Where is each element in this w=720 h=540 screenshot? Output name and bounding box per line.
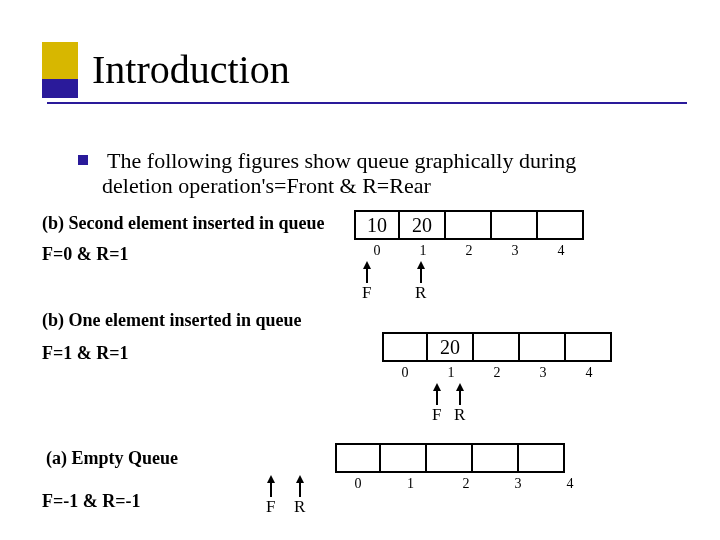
queue-3-cell-1 [381,443,427,473]
arrow-up-icon [267,475,275,483]
fr-label-3: F=-1 & R=-1 [42,491,141,512]
ptr-2-F: F [432,383,441,425]
idx: 0 [335,476,381,492]
fr-label-1: F=0 & R=1 [42,244,129,265]
queue-2: 20 [382,332,612,362]
queue-1-cell-3 [492,210,538,240]
ptr-label: F [432,405,441,425]
ptr-1-R: R [415,261,426,303]
idx: 4 [538,243,584,259]
queue-2-cell-3 [520,332,566,362]
ptr-label: F [266,497,275,517]
queue-3-indices: 0 1 2 3 4 [335,476,596,492]
accent-gold [42,42,78,79]
arrow-up-icon [296,475,304,483]
ptr-label: R [454,405,465,425]
queue-1-cell-1: 20 [400,210,446,240]
arrow-up-icon [433,383,441,391]
bullet-item: The following figures show queue graphic… [78,148,678,199]
bullet-icon [78,155,88,165]
arrow-line [270,483,272,497]
ptr-label: R [415,283,426,303]
ptr-label: R [294,497,305,517]
ptr-1-F: F [362,261,371,303]
arrow-up-icon [417,261,425,269]
caption-2: (b) One element inserted in queue [42,310,301,331]
idx: 1 [381,476,440,492]
queue-3-cell-2 [427,443,473,473]
arrow-line [436,391,438,405]
idx: 4 [566,365,612,381]
title-underline [47,102,687,104]
idx: 0 [354,243,400,259]
arrow-line [420,269,422,283]
arrow-line [299,483,301,497]
ptr-2-R: R [454,383,465,425]
fr-label-2: F=1 & R=1 [42,343,129,364]
arrow-line [459,391,461,405]
queue-2-indices: 0 1 2 3 4 [382,365,612,381]
queue-3 [335,443,565,473]
bullet-text: The following figures show queue graphic… [107,148,576,173]
idx: 4 [544,476,596,492]
page-title: Introduction [92,46,290,93]
arrow-up-icon [456,383,464,391]
bullet-text-cont: deletion operation's=Front & R=Rear [102,173,431,198]
arrow-up-icon [363,261,371,269]
queue-2-cell-0 [382,332,428,362]
queue-1-cell-0: 10 [354,210,400,240]
caption-3: (a) Empty Queue [46,448,178,469]
queue-3-cell-4 [519,443,565,473]
idx: 3 [492,243,538,259]
queue-3-cell-3 [473,443,519,473]
ptr-3-F: F [266,475,275,517]
queue-1: 10 20 [354,210,584,240]
idx: 2 [440,476,492,492]
ptr-3-R: R [294,475,305,517]
idx: 2 [446,243,492,259]
arrow-line [366,269,368,283]
ptr-label: F [362,283,371,303]
idx: 1 [428,365,474,381]
idx: 1 [400,243,446,259]
queue-3-cell-0 [335,443,381,473]
queue-2-cell-4 [566,332,612,362]
queue-1-indices: 0 1 2 3 4 [354,243,584,259]
queue-2-cell-2 [474,332,520,362]
idx: 3 [492,476,544,492]
queue-1-cell-2 [446,210,492,240]
queue-2-cell-1: 20 [428,332,474,362]
title-accent [42,42,78,98]
queue-1-cell-4 [538,210,584,240]
caption-1: (b) Second element inserted in queue [42,213,325,234]
accent-blue [42,79,78,98]
idx: 3 [520,365,566,381]
idx: 2 [474,365,520,381]
idx: 0 [382,365,428,381]
